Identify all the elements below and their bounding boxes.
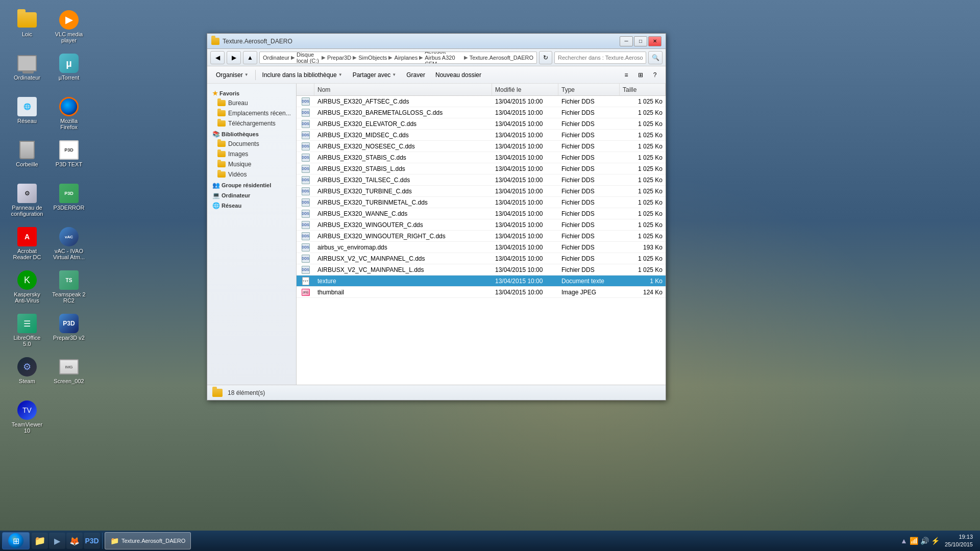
icon-libreoffice[interactable]: ☰ LibreOffice 5.0 [8, 311, 46, 355]
forward-button[interactable]: ▶ [227, 51, 241, 64]
icon-utorrent[interactable]: µ µTorrent [50, 51, 88, 94]
refresh-button[interactable]: ↻ [539, 51, 552, 64]
new-folder-button[interactable]: Nouveau dossier [431, 68, 486, 82]
icon-vatsim[interactable]: vAC vAC - IVAO Virtual Atm... [50, 224, 88, 268]
icon-acrobat[interactable]: A Acrobat Reader DC [8, 224, 46, 268]
minimize-button[interactable]: ─ [620, 36, 633, 46]
table-row[interactable]: DDS AIRBUSX_V2_VC_MAINPANEL_C.dds 13/04/… [297, 253, 666, 264]
table-row[interactable]: DDS AIRBUS_EX320_TAILSEC_C.dds 13/04/201… [297, 174, 666, 186]
icon-vlc[interactable]: ▶ VLC media player [50, 8, 88, 51]
file-modified: 13/04/2015 10:00 [492, 231, 558, 241]
taskbar-firefox-icon[interactable]: 🦊 [66, 533, 83, 549]
table-row[interactable]: DDS AIRBUS_EX320_STABIS_C.dds 13/04/2015… [297, 152, 666, 163]
table-row[interactable]: DDS AIRBUSX_V2_VC_MAINPANEL_L.dds 13/04/… [297, 264, 666, 276]
sidebar-section-reseau[interactable]: 🌐 Réseau [207, 200, 296, 210]
table-row[interactable]: TXT texture 13/04/2015 10:00 Document te… [297, 276, 666, 287]
up-button[interactable]: ▲ [243, 51, 257, 64]
file-icon: DDS [297, 264, 314, 275]
file-modified: 13/04/2015 10:00 [492, 276, 558, 286]
help-button[interactable]: ? [648, 68, 662, 82]
sidebar-item-emplacements[interactable]: Emplacements récen... [207, 108, 296, 118]
search-input[interactable] [554, 52, 646, 64]
sidebar-section-favoris[interactable]: ★ Favoris [207, 88, 296, 98]
status-folder-icon [212, 389, 223, 397]
breadcrumb-item-disk[interactable]: Disque local (C:) [297, 52, 320, 64]
header-name[interactable]: Nom [314, 84, 492, 95]
breadcrumb-item-ordinateur[interactable]: Ordinateur [263, 55, 289, 61]
table-row[interactable]: JPG thumbnail 13/04/2015 10:00 Image JPE… [297, 287, 666, 298]
close-button[interactable]: ✕ [648, 36, 662, 46]
icon-kaspersky[interactable]: K Kaspersky Anti-Virus [8, 268, 46, 311]
icon-p3dtext[interactable]: P3D P3D TEXT [50, 138, 88, 181]
sidebar-item-images[interactable]: Images [207, 149, 296, 159]
organiser-button[interactable]: Organiser ▼ [211, 68, 253, 82]
file-icon: DDS [297, 152, 314, 163]
burn-button[interactable]: Graver [402, 68, 430, 82]
breadcrumb-item-simobjects[interactable]: SimObjects [358, 55, 387, 61]
table-row[interactable]: DDS AIRBUS_EX320_AFTSEC_C.dds 13/04/2015… [297, 96, 666, 107]
file-name: AIRBUS_EX320_WANNE_C.dds [314, 208, 492, 219]
table-row[interactable]: DDS AIRBUS_EX320_BAREMETALGLOSS_C.dds 13… [297, 107, 666, 118]
breadcrumb-item-prepar3d[interactable]: Prepar3D [327, 55, 351, 61]
icon-teamspeak[interactable]: TS Teamspeak 2 RC2 [50, 268, 88, 311]
maximize-button[interactable]: □ [634, 36, 647, 46]
table-row[interactable]: DDS AIRBUS_EX320_TURBINMETAL_C.dds 13/04… [297, 197, 666, 208]
taskbar-app-label: Texture.Aerosoft_DAERO [121, 538, 185, 544]
taskbar-media-icon[interactable]: ▶ [49, 533, 65, 549]
taskbar-explorer-icon[interactable]: 📁 [32, 533, 48, 549]
icon-reseau[interactable]: 🌐 Réseau [8, 94, 46, 138]
tray-arrow[interactable]: ▲ [900, 537, 908, 545]
search-button[interactable]: 🔍 [648, 51, 663, 64]
musique-folder-icon [217, 161, 226, 167]
file-size: 1 Ko [620, 276, 666, 286]
icon-p3derror[interactable]: P3D P3DERROR [50, 181, 88, 224]
breadcrumb-item-airbus[interactable]: Aerosoft Airbus A320 CFM [425, 52, 462, 64]
table-row[interactable]: DDS AIRBUS_EX320_MIDSEC_C.dds 13/04/2015… [297, 130, 666, 141]
emplacements-folder-icon [217, 110, 226, 116]
sidebar-item-musique[interactable]: Musique [207, 159, 296, 169]
table-row[interactable]: DDS AIRBUS_EX320_WANNE_C.dds 13/04/2015 … [297, 208, 666, 219]
file-modified: 13/04/2015 10:00 [492, 163, 558, 174]
header-modified[interactable]: Modifié le [492, 84, 558, 95]
file-size: 1 025 Ko [620, 130, 666, 140]
header-size[interactable]: Taille [620, 84, 666, 95]
sidebar-section-groupe[interactable]: 👥 Groupe résidentiel [207, 180, 296, 190]
sidebar-section-ordinateur[interactable]: 💻 Ordinateur [207, 190, 296, 200]
icon-controlpanel[interactable]: ⚙ Panneau de configuration [8, 181, 46, 224]
table-row[interactable]: DDS AIRBUS_EX320_NOSESEC_C.dds 13/04/201… [297, 141, 666, 152]
breadcrumb-item-airplanes[interactable]: Airplanes [394, 55, 418, 61]
icon-corbeille[interactable]: Corbeille [8, 138, 46, 181]
include-library-button[interactable]: Inclure dans la bibliothèque ▼ [258, 68, 347, 82]
sidebar-item-videos[interactable]: Vidéos [207, 169, 296, 180]
icon-steam[interactable]: ⚙ Steam [8, 355, 46, 398]
view-list-button[interactable]: ≡ [620, 68, 633, 82]
icon-ordinateur[interactable]: Ordinateur [8, 51, 46, 94]
taskbar-app-explorer[interactable]: 📁 Texture.Aerosoft_DAERO [105, 532, 191, 549]
table-row[interactable]: DDS AIRBUS_EX320_TURBINE_C.dds 13/04/201… [297, 186, 666, 197]
tray-audio-icon[interactable]: 🔊 [920, 537, 929, 545]
tray-bluetooth-icon[interactable]: ⚡ [931, 537, 940, 545]
icon-prepar3d[interactable]: P3D Prepar3D v2 [50, 311, 88, 355]
breadcrumb-item-texture[interactable]: Texture.Aerosoft_DAERO [470, 55, 533, 61]
icon-teamviewer[interactable]: TV TeamViewer 10 [8, 398, 46, 441]
share-button[interactable]: Partager avec ▼ [348, 68, 401, 82]
icon-firefox[interactable]: Mozilla Firefox [50, 94, 88, 138]
start-button[interactable]: ⊞ [2, 532, 30, 549]
tray-network-icon[interactable]: 📶 [910, 537, 918, 545]
sidebar-item-telechargements[interactable]: Téléchargements [207, 118, 296, 129]
sidebar-section-bibliotheques[interactable]: 📚 Bibliothèques [207, 129, 296, 139]
header-type[interactable]: Type [558, 84, 620, 95]
table-row[interactable]: DDS AIRBUS_EX320_STABIS_L.dds 13/04/2015… [297, 163, 666, 174]
table-row[interactable]: DDS AIRBUS_EX320_WINGOUTER_C.dds 13/04/2… [297, 219, 666, 231]
icon-screenshot[interactable]: IMG Screen_002 [50, 355, 88, 398]
taskbar-p3d-icon[interactable]: P3D [84, 533, 100, 549]
view-details-button[interactable]: ⊞ [634, 68, 647, 82]
sidebar-item-documents[interactable]: Documents [207, 139, 296, 149]
sidebar-item-bureau[interactable]: Bureau [207, 98, 296, 108]
back-button[interactable]: ◀ [210, 51, 225, 64]
table-row[interactable]: DDS AIRBUS_EX320_ELEVATOR_C.dds 13/04/20… [297, 118, 666, 130]
table-row[interactable]: DDS airbus_vc_enviromap.dds 13/04/2015 1… [297, 242, 666, 253]
file-modified: 13/04/2015 10:00 [492, 141, 558, 152]
table-row[interactable]: DDS AIRBUS_EX320_WINGOUTER_RIGHT_C.dds 1… [297, 231, 666, 242]
icon-loic[interactable]: Loic [8, 8, 46, 51]
